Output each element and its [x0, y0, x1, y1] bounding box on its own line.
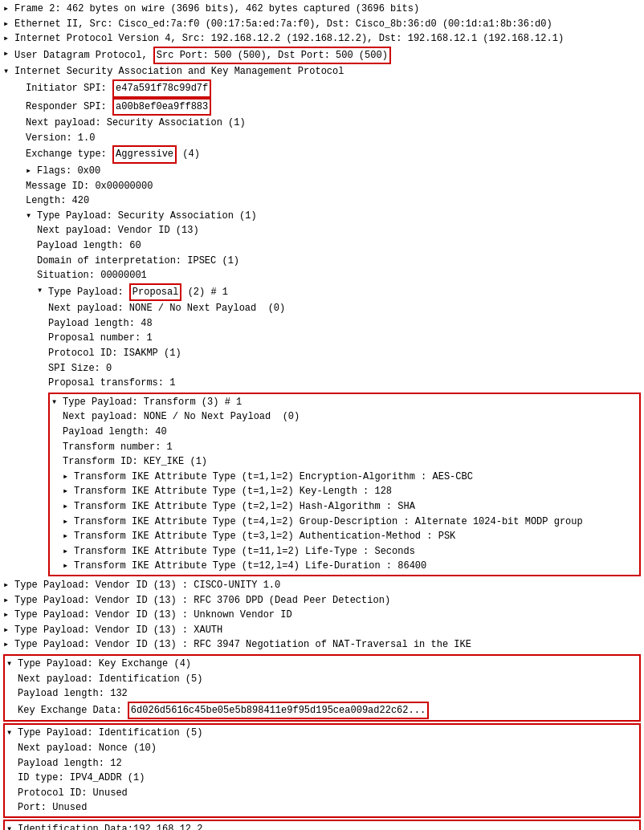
vendor5-line[interactable]: ▸ Type Payload: Vendor ID (13) : RFC 394… [3, 637, 641, 653]
transform-next-line: Next payload: NONE / No Next Payload (0) [51, 409, 638, 425]
isakmp-text: Internet Security Association and Key Ma… [14, 64, 641, 79]
transform-plen-line: Payload length: 40 [51, 425, 638, 440]
transform-header-line[interactable]: ▾ Type Payload: Transform (3) # 1 [51, 395, 638, 410]
transform-attr3-expander[interactable]: ▸ [63, 499, 74, 515]
transform-attr7-expander[interactable]: ▸ [63, 559, 74, 574]
type-sa-line[interactable]: ▾ Type Payload: Security Association (1) [3, 209, 641, 224]
exchange-type-line: Exchange type: Aggressive (4) [3, 145, 641, 164]
transform-expander[interactable]: ▾ [51, 395, 63, 410]
prop-transforms-line: Proposal transforms: 1 [3, 376, 641, 391]
initiator-spi-line: Initiator SPI: e47a591f78c99d7f [3, 79, 641, 98]
isakmp-length-line: Length: 420 [3, 193, 641, 209]
vendor3-line[interactable]: ▸ Type Payload: Vendor ID (13) : Unknown… [3, 608, 641, 623]
id-data-header-line[interactable]: ▾ Identification Data:192.168.12.2 [6, 822, 638, 830]
flags-line[interactable]: ▸ Flags: 0x00 [3, 164, 641, 179]
frame-text: Frame 2: 462 bytes on wire (3696 bits), … [14, 2, 641, 17]
flags-expander[interactable]: ▸ [26, 164, 37, 179]
ethernet-expander[interactable]: ▸ [3, 17, 14, 32]
ipv4-line[interactable]: ▸ Internet Protocol Version 4, Src: 192.… [3, 31, 641, 47]
type-sa-expander[interactable]: ▾ [26, 209, 37, 224]
transform-attr2-line[interactable]: ▸ Transform IKE Attribute Type (t=1,l=2)… [51, 484, 638, 499]
key-exchange-expander[interactable]: ▾ [6, 657, 18, 672]
transform-plen-text: Payload length: 40 [63, 425, 638, 440]
transform-next-text: Next payload: NONE / No Next Payload (0) [63, 409, 638, 425]
udp-line[interactable]: ▸ User Datagram Protocol, Src Port: 500 … [3, 47, 641, 65]
type-prop-text: Type Payload: Proposal (2) # 1 [48, 283, 641, 302]
sa-doi-text: Domain of interpretation: IPSEC (1) [37, 254, 641, 269]
isakmp-expander[interactable]: ▾ [3, 64, 14, 79]
id-next-line: Next payload: Nonce (10) [6, 741, 638, 756]
transform-attr1-expander[interactable]: ▸ [63, 470, 74, 485]
vendor4-line[interactable]: ▸ Type Payload: Vendor ID (13) : XAUTH [3, 623, 641, 638]
transform-attr4-expander[interactable]: ▸ [63, 515, 74, 530]
transform-attr2-text: Transform IKE Attribute Type (t=1,l=2) K… [74, 484, 638, 499]
isakmp-length-text: Length: 420 [26, 193, 641, 209]
id-type-text: ID type: IPV4_ADDR (1) [18, 771, 638, 786]
proposal-box: Proposal [129, 283, 182, 302]
transform-attr6-line[interactable]: ▸ Transform IKE Attribute Type (t=11,l=2… [51, 544, 638, 559]
id-data-header-text: Identification Data:192.168.12.2 [18, 822, 638, 830]
transform-attr7-line[interactable]: ▸ Transform IKE Attribute Type (t=12,l=4… [51, 559, 638, 574]
key-exchange-header-text: Type Payload: Key Exchange (4) [18, 657, 638, 672]
ipv4-expander[interactable]: ▸ [3, 31, 14, 47]
type-prop-line[interactable]: ▾ Type Payload: Proposal (2) # 1 [3, 283, 641, 302]
vendor2-line[interactable]: ▸ Type Payload: Vendor ID (13) : RFC 370… [3, 593, 641, 608]
transform-header-text: Type Payload: Transform (3) # 1 [63, 395, 638, 410]
isakmp-line[interactable]: ▾ Internet Security Association and Key … [3, 64, 641, 79]
prop-plen-line: Payload length: 48 [3, 316, 641, 332]
prop-transforms-text: Proposal transforms: 1 [48, 376, 641, 391]
frame-expander[interactable]: ▸ [3, 2, 14, 17]
transform-attr4-line[interactable]: ▸ Transform IKE Attribute Type (t=4,l=2)… [51, 515, 638, 530]
vendor1-expander[interactable]: ▸ [3, 578, 14, 593]
transform-attr5-text: Transform IKE Attribute Type (t=3,l=2) A… [74, 529, 638, 544]
udp-expander[interactable]: ▸ [3, 47, 14, 62]
id-port-line: Port: Unused [6, 800, 638, 816]
type-sa-text: Type Payload: Security Association (1) [37, 209, 641, 224]
sa-plen-text: Payload length: 60 [37, 238, 641, 254]
prop-num-line: Proposal number: 1 [3, 331, 641, 346]
id-port-text: Port: Unused [18, 800, 638, 816]
transform-attr5-expander[interactable]: ▸ [63, 529, 74, 544]
prop-proto-line: Protocol ID: ISAKMP (1) [3, 346, 641, 361]
packet-detail-view: ▸ Frame 2: 462 bytes on wire (3696 bits)… [0, 0, 644, 830]
sa-next-line: Next payload: Vendor ID (13) [3, 223, 641, 238]
sa-sit-text: Situation: 00000001 [37, 268, 641, 283]
udp-text: User Datagram Protocol, Src Port: 500 (5… [14, 47, 641, 65]
vendor4-expander[interactable]: ▸ [3, 623, 14, 638]
vendor1-line[interactable]: ▸ Type Payload: Vendor ID (13) : CISCO-U… [3, 578, 641, 593]
prop-num-text: Proposal number: 1 [48, 331, 641, 346]
transform-attr3-line[interactable]: ▸ Transform IKE Attribute Type (t=2,l=2)… [51, 499, 638, 515]
flags-text: Flags: 0x00 [37, 164, 641, 179]
sa-sit-line: Situation: 00000001 [3, 268, 641, 283]
prop-spi-text: SPI Size: 0 [48, 361, 641, 376]
responder-spi-line: Responder SPI: a00b8ef0ea9ff883 [3, 98, 641, 116]
transform-attr5-line[interactable]: ▸ Transform IKE Attribute Type (t=3,l=2)… [51, 529, 638, 544]
transform-attr1-line[interactable]: ▸ Transform IKE Attribute Type (t=1,l=2)… [51, 470, 638, 485]
type-prop-expander[interactable]: ▾ [37, 283, 48, 299]
frame-line[interactable]: ▸ Frame 2: 462 bytes on wire (3696 bits)… [3, 2, 641, 17]
prop-plen-text: Payload length: 48 [48, 316, 641, 332]
transform-attr6-text: Transform IKE Attribute Type (t=11,l=2) … [74, 544, 638, 559]
prop-spi-line: SPI Size: 0 [3, 361, 641, 376]
prop-next-text: Next payload: NONE / No Next Payload (0) [48, 301, 641, 316]
vendor5-expander[interactable]: ▸ [3, 637, 14, 653]
vendor3-expander[interactable]: ▸ [3, 608, 14, 623]
id-header-line[interactable]: ▾ Type Payload: Identification (5) [6, 726, 638, 741]
ke-data-line: Key Exchange Data: 6d026d5616c45be05e5b8… [6, 702, 638, 720]
transform-attr6-expander[interactable]: ▸ [63, 544, 74, 559]
id-expander[interactable]: ▾ [6, 726, 18, 741]
initiator-spi-box: e47a591f78c99d7f [112, 79, 211, 98]
vendor4-text: Type Payload: Vendor ID (13) : XAUTH [14, 623, 641, 638]
transform-attr2-expander[interactable]: ▸ [63, 484, 74, 499]
version-text: Version: 1.0 [26, 131, 641, 146]
id-type-line: ID type: IPV4_ADDR (1) [6, 771, 638, 786]
exchange-type-text: Exchange type: Aggressive (4) [26, 145, 641, 164]
id-next-text: Next payload: Nonce (10) [18, 741, 638, 756]
id-data-expander[interactable]: ▾ [6, 822, 18, 830]
vendor2-expander[interactable]: ▸ [3, 593, 14, 608]
ethernet-text: Ethernet II, Src: Cisco_ed:7a:f0 (00:17:… [14, 17, 641, 32]
sa-next-text: Next payload: Vendor ID (13) [37, 223, 641, 238]
key-exchange-header-line[interactable]: ▾ Type Payload: Key Exchange (4) [6, 657, 638, 672]
message-id-text: Message ID: 0x00000000 [26, 179, 641, 194]
ethernet-line[interactable]: ▸ Ethernet II, Src: Cisco_ed:7a:f0 (00:1… [3, 17, 641, 32]
